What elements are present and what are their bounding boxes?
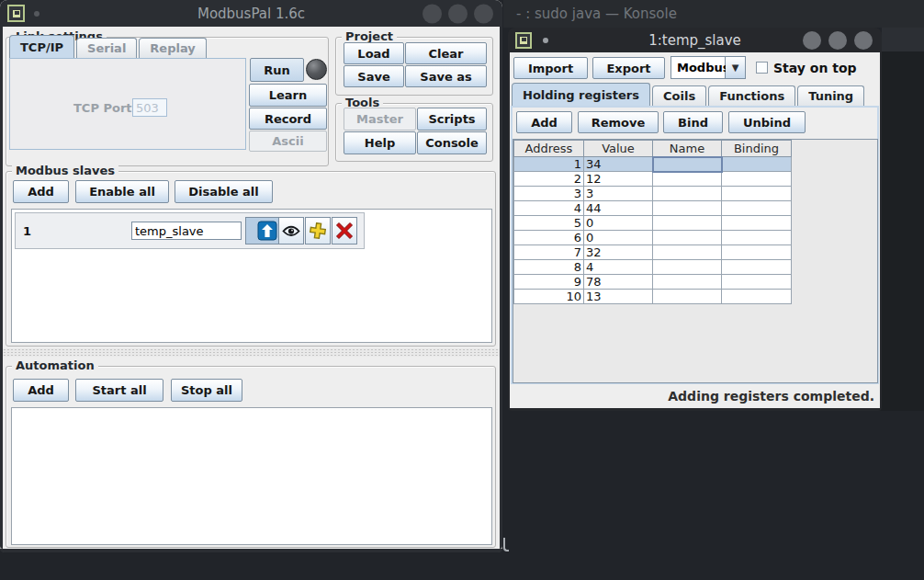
name-cell[interactable] — [653, 245, 722, 260]
enable-all-button[interactable]: Enable all — [75, 180, 169, 203]
close-button[interactable] — [474, 4, 493, 23]
register-remove-button[interactable]: Remove — [578, 111, 659, 133]
automation-add-button[interactable]: Add — [13, 379, 69, 402]
registers-scrollpane[interactable]: Address Value Name Binding 1342123344450… — [513, 139, 878, 383]
tab-holding-registers[interactable]: Holding registers — [512, 83, 650, 106]
name-cell[interactable] — [653, 201, 722, 216]
ascii-button[interactable]: Ascii — [249, 131, 327, 152]
register-add-button[interactable]: Add — [516, 111, 572, 133]
minimize-button[interactable] — [803, 31, 821, 50]
minimize-button[interactable] — [423, 4, 442, 23]
name-cell[interactable] — [653, 275, 722, 290]
address-cell[interactable]: 9 — [514, 275, 584, 290]
import-button[interactable]: Import — [513, 57, 588, 79]
address-cell[interactable]: 2 — [514, 172, 584, 187]
tab-replay[interactable]: Replay — [139, 38, 206, 58]
address-cell[interactable]: 3 — [514, 187, 584, 201]
binding-cell[interactable] — [722, 157, 792, 172]
split-divider[interactable] — [3, 348, 500, 357]
table-row[interactable]: 212 — [514, 172, 792, 187]
maximize-button[interactable] — [448, 4, 468, 23]
master-button[interactable]: Master — [344, 108, 416, 131]
save-as-button[interactable]: Save as — [405, 65, 487, 87]
header-name[interactable]: Name — [653, 141, 722, 157]
name-cell[interactable] — [653, 187, 722, 201]
header-binding[interactable]: Binding — [722, 141, 792, 157]
tab-tuning[interactable]: Tuning — [797, 85, 864, 106]
record-button[interactable]: Record — [249, 108, 327, 130]
close-button[interactable] — [854, 31, 873, 50]
stay-on-top-checkbox[interactable] — [756, 62, 768, 74]
temp-slave-titlebar[interactable]: 1:temp_slave — [508, 28, 882, 52]
table-row[interactable]: 33 — [514, 187, 792, 201]
learn-button[interactable]: Learn — [249, 84, 327, 107]
clear-button[interactable]: Clear — [405, 42, 487, 64]
table-row[interactable]: 84 — [514, 260, 792, 275]
register-bind-button[interactable]: Bind — [663, 111, 723, 133]
value-cell[interactable]: 78 — [584, 275, 653, 290]
address-cell[interactable]: 8 — [514, 260, 584, 275]
binding-cell[interactable] — [722, 201, 792, 216]
value-cell[interactable]: 3 — [584, 187, 653, 201]
table-row[interactable]: 444 — [514, 201, 792, 216]
export-button[interactable]: Export — [592, 57, 665, 79]
help-button[interactable]: Help — [344, 131, 416, 154]
value-cell[interactable]: 4 — [584, 260, 653, 275]
chevron-down-icon[interactable]: ▼ — [726, 56, 746, 79]
address-cell[interactable]: 7 — [514, 245, 584, 260]
scripts-button[interactable]: Scripts — [417, 108, 487, 131]
save-button[interactable]: Save — [344, 65, 404, 87]
tab-coils[interactable]: Coils — [652, 85, 706, 106]
console-button[interactable]: Console — [417, 131, 487, 154]
name-cell[interactable] — [653, 260, 722, 275]
binding-cell[interactable] — [722, 231, 792, 245]
table-row[interactable]: 60 — [514, 231, 792, 245]
address-cell[interactable]: 10 — [514, 290, 584, 304]
binding-cell[interactable] — [722, 172, 792, 187]
modbus-mode-select[interactable]: Modbus — [670, 56, 726, 79]
table-row[interactable]: 978 — [514, 275, 792, 290]
binding-cell[interactable] — [722, 260, 792, 275]
value-cell[interactable]: 0 — [584, 216, 653, 231]
binding-cell[interactable] — [722, 216, 792, 231]
stop-all-button[interactable]: Stop all — [171, 379, 242, 402]
register-unbind-button[interactable]: Unbind — [728, 111, 806, 133]
binding-cell[interactable] — [722, 275, 792, 290]
tab-functions[interactable]: Functions — [708, 85, 795, 106]
slave-add-button[interactable]: Add — [13, 180, 69, 203]
table-row[interactable]: 1013 — [514, 290, 792, 304]
slave-delete-button[interactable] — [332, 217, 357, 245]
name-cell[interactable] — [653, 216, 722, 231]
name-cell[interactable] — [653, 290, 722, 304]
binding-cell[interactable] — [722, 290, 792, 304]
address-cell[interactable]: 1 — [514, 157, 584, 172]
load-button[interactable]: Load — [344, 42, 404, 64]
table-row[interactable]: 134 — [514, 157, 792, 172]
name-cell[interactable] — [653, 231, 722, 245]
binding-cell[interactable] — [722, 245, 792, 260]
konsole-titlebar[interactable]: - : sudo java — Konsole — [503, 0, 924, 28]
value-cell[interactable]: 34 — [584, 157, 653, 172]
value-cell[interactable]: 32 — [584, 245, 653, 260]
tcp-port-field[interactable] — [132, 98, 167, 117]
address-cell[interactable]: 5 — [514, 216, 584, 231]
table-row[interactable]: 732 — [514, 245, 792, 260]
tab-tcpip[interactable]: TCP/IP — [9, 35, 74, 58]
value-cell[interactable]: 12 — [584, 172, 653, 187]
slave-name-field[interactable] — [131, 222, 242, 240]
run-button[interactable]: Run — [250, 58, 304, 82]
table-row[interactable]: 50 — [514, 216, 792, 231]
name-cell[interactable] — [653, 157, 722, 172]
address-cell[interactable]: 6 — [514, 231, 584, 245]
name-cell[interactable] — [653, 172, 722, 187]
header-value[interactable]: Value — [584, 141, 653, 157]
header-address[interactable]: Address — [514, 141, 584, 157]
value-cell[interactable]: 44 — [584, 201, 653, 216]
value-cell[interactable]: 13 — [584, 290, 653, 304]
value-cell[interactable]: 0 — [584, 231, 653, 245]
disable-all-button[interactable]: Disable all — [175, 180, 273, 203]
slave-duplicate-button[interactable] — [305, 217, 331, 245]
address-cell[interactable]: 4 — [514, 201, 584, 216]
slave-view-button[interactable] — [278, 217, 304, 245]
tab-serial[interactable]: Serial — [76, 38, 137, 58]
